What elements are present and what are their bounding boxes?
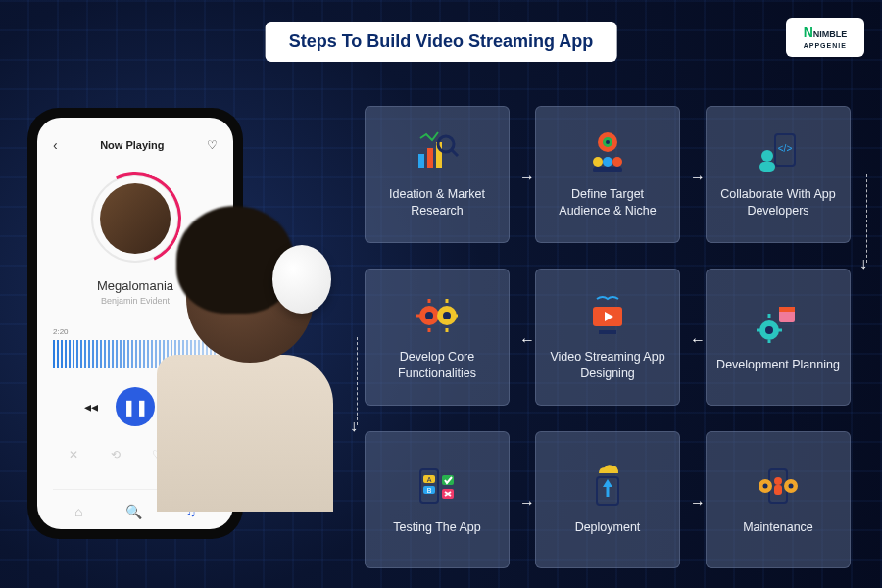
svg-point-49	[763, 484, 768, 489]
chart-search-icon	[414, 129, 461, 176]
svg-rect-15	[760, 162, 775, 172]
heart-icon: ♡	[207, 138, 218, 152]
time-current: 2:20	[53, 327, 69, 336]
now-playing-label: Now Playing	[100, 139, 164, 151]
svg-point-10	[612, 157, 622, 167]
logo-brand: NIMBLE	[813, 29, 848, 39]
shuffle-icon: ✕	[69, 448, 78, 462]
svg-point-14	[761, 150, 773, 162]
maintenance-icon	[755, 463, 802, 510]
svg-text:</>: </>	[778, 143, 793, 154]
home-icon: ⌂	[74, 504, 82, 519]
step-core: Develop Core Functionalities	[365, 269, 510, 406]
step-deployment: Deployment	[535, 431, 680, 568]
svg-point-51	[789, 484, 794, 489]
svg-rect-1	[427, 148, 433, 168]
logo-mark: N	[804, 24, 813, 40]
step-label: Collaborate With App Developers	[716, 186, 840, 220]
svg-rect-42	[442, 475, 454, 485]
illustration-head	[186, 235, 314, 363]
arrow-down-icon: ↓	[350, 417, 358, 435]
svg-rect-11	[593, 167, 622, 172]
deployment-icon	[584, 463, 631, 510]
illustration-body	[157, 355, 333, 512]
step-design: Video Streaming App Designing	[535, 269, 680, 406]
svg-marker-46	[603, 479, 612, 487]
svg-point-8	[593, 157, 603, 167]
flow-connector	[357, 337, 358, 425]
svg-point-9	[603, 157, 612, 167]
logo-sub: APPGENIE	[804, 42, 847, 49]
flow-connector	[866, 174, 867, 263]
svg-rect-53	[774, 485, 782, 495]
prev-icon: ◂◂	[84, 399, 98, 415]
brand-logo: NNIMBLE APPGENIE	[786, 18, 864, 57]
step-label: Develop Core Functionalities	[375, 349, 499, 383]
step-label: Deployment	[575, 519, 641, 537]
svg-point-17	[425, 312, 433, 319]
arrow-left-icon: ←	[690, 331, 706, 349]
repeat-icon: ⟲	[111, 448, 121, 462]
arrow-down-icon: ↓	[859, 255, 867, 272]
step-label: Testing The App	[393, 519, 480, 537]
video-design-icon	[584, 292, 631, 339]
testing-icon: A B	[414, 463, 461, 510]
svg-point-19	[443, 312, 451, 319]
planning-icon	[755, 300, 802, 347]
step-testing: A B Testing The App	[365, 431, 510, 568]
svg-point-32	[765, 326, 773, 334]
step-label: Development Planning	[716, 357, 840, 374]
svg-text:A: A	[427, 476, 432, 483]
step-collaborate: </> Collaborate With App Developers	[706, 106, 851, 243]
arrow-right-icon: →	[690, 169, 706, 186]
svg-rect-0	[418, 154, 424, 168]
svg-rect-28	[599, 330, 616, 334]
steps-grid: Ideation & Market Research Define Target…	[365, 106, 851, 568]
arrow-right-icon: →	[519, 169, 535, 186]
step-label: Ideation & Market Research	[375, 186, 499, 220]
svg-point-7	[606, 140, 610, 144]
svg-text:B: B	[427, 487, 432, 494]
step-ideation: Ideation & Market Research	[365, 106, 510, 243]
step-maintenance: Maintenance	[706, 431, 851, 568]
step-planning: Development Planning	[706, 269, 851, 406]
back-icon: ‹	[53, 137, 58, 153]
step-audience: Define Target Audience & Niche	[535, 106, 680, 243]
page-title: Steps To Build Video Streaming App	[266, 22, 617, 62]
svg-point-52	[774, 477, 782, 485]
step-label: Maintenance	[743, 519, 813, 537]
svg-rect-30	[779, 307, 795, 312]
step-label: Video Streaming App Designing	[546, 349, 669, 383]
listener-illustration	[157, 196, 353, 549]
pause-button: ❚❚	[116, 387, 155, 426]
target-audience-icon	[584, 129, 631, 176]
step-label: Define Target Audience & Niche	[546, 186, 669, 220]
gears-icon	[414, 292, 461, 339]
arrow-right-icon: →	[690, 494, 706, 512]
arrow-right-icon: →	[519, 494, 535, 512]
headphones-icon	[272, 245, 331, 314]
search-icon: 🔍	[125, 504, 142, 519]
developer-icon: </>	[755, 129, 802, 176]
arrow-left-icon: ←	[519, 331, 535, 349]
svg-line-4	[452, 150, 458, 156]
